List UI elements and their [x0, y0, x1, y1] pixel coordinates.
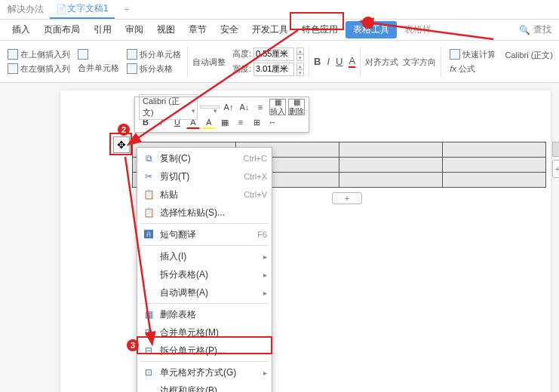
paste-special-icon: 📋 — [142, 206, 155, 219]
mini-align[interactable]: ≡ — [234, 115, 247, 129]
grow-font-icon[interactable]: A↑ — [222, 100, 235, 114]
doc-tab-2[interactable]: 📄 文字文稿1 — [50, 1, 115, 19]
split-cell[interactable]: 拆分单元格 — [125, 48, 183, 61]
ctx-border-shading[interactable]: 边框和底纹(B)... — [137, 381, 272, 392]
menu-review[interactable]: 审阅 — [119, 21, 149, 38]
mini-font-select[interactable]: Calibri (正文) — [139, 94, 198, 120]
cut-icon: ✂ — [142, 170, 155, 183]
ctx-delete-table[interactable]: ▦删除表格 — [137, 305, 272, 323]
bold-button[interactable]: B — [314, 56, 321, 67]
menu-layout[interactable]: 页面布局 — [38, 21, 86, 38]
ctx-cut[interactable]: ✂剪切(T)Ctrl+X — [137, 167, 272, 185]
menu-table-style[interactable]: 表格样 — [398, 21, 438, 38]
table-move-handle[interactable]: ✥ — [113, 136, 130, 153]
translate-icon: 🅰 — [142, 228, 155, 241]
autofit-button[interactable]: 自动调整 — [192, 55, 226, 68]
mini-insert-button[interactable]: ▦插入 — [269, 99, 286, 115]
document-page — [60, 90, 551, 392]
underline-button[interactable]: U — [336, 56, 342, 67]
ctx-split-cell[interactable]: ⊟拆分单元格(P)... — [137, 341, 272, 360]
mini-delete-button[interactable]: ▦删除 — [288, 99, 305, 115]
mini-autofit[interactable]: ↔ — [266, 115, 279, 129]
italic-button[interactable]: I — [327, 56, 330, 67]
ctx-copy[interactable]: ⧉复制(C)Ctrl+C — [137, 149, 272, 167]
copy-icon: ⧉ — [142, 152, 155, 165]
formula[interactable]: fx 公式 — [448, 63, 497, 75]
shrink-font-icon[interactable]: A↓ — [238, 100, 251, 114]
delete-table-icon: ▦ — [142, 308, 155, 321]
context-menu: ⧉复制(C)Ctrl+C ✂剪切(T)Ctrl+X 📋粘贴Ctrl+V 📋选择性… — [137, 147, 272, 392]
ctx-paste-special[interactable]: 📋选择性粘贴(S)... — [137, 204, 272, 222]
add-row-button[interactable]: + — [332, 192, 362, 204]
split-icon: ⊟ — [142, 344, 155, 357]
ctx-autofit[interactable]: 自动调整(A)▸ — [137, 283, 272, 302]
ctx-paste[interactable]: 📋粘贴Ctrl+V — [137, 185, 272, 204]
ctx-cell-align[interactable]: ⊡单元格对齐方式(G)▸ — [137, 363, 272, 381]
ctx-split-table[interactable]: 拆分表格(A)▸ — [137, 265, 272, 283]
mini-highlight[interactable]: A — [202, 115, 216, 129]
menu-safe[interactable]: 安全 — [214, 21, 244, 38]
align-button[interactable]: 对齐方式 — [365, 55, 398, 68]
merge-icon: ⊞ — [142, 326, 155, 339]
height-stepper[interactable]: ▴▾ — [296, 47, 304, 61]
height-label: 高度: — [232, 48, 251, 60]
menu-special[interactable]: 特色应用 — [296, 21, 344, 38]
menu-view[interactable]: 视图 — [151, 21, 181, 38]
insert-row-above[interactable]: 在上侧插入列 — [6, 48, 72, 61]
paste-icon: 📋 — [142, 188, 155, 201]
fast-calc[interactable]: 快速计算 — [448, 48, 497, 61]
align-icon: ⊡ — [142, 366, 155, 379]
width-label: 宽度: — [232, 63, 251, 75]
search-label[interactable]: 查找 — [533, 23, 551, 36]
search-icon[interactable]: 🔍 — [519, 25, 530, 35]
font-color-button[interactable]: A — [349, 55, 355, 68]
new-tab-button[interactable]: ＋ — [115, 1, 137, 19]
ctx-translate[interactable]: 🅰短句翻译F6 — [137, 225, 272, 243]
row-height-input[interactable] — [253, 47, 294, 61]
menu-chapter[interactable]: 章节 — [183, 21, 213, 38]
mini-toolbar: Calibri (正文) A↑ A↓ ≡ ▦插入 ▦删除 B I U A A ▦… — [134, 96, 309, 133]
menu-dev[interactable]: 开发工具 — [246, 21, 294, 38]
width-stepper[interactable]: ▴▾ — [296, 63, 304, 76]
merge-cells-label[interactable]: 合并单元格 — [76, 62, 121, 75]
menu-ref[interactable]: 引用 — [88, 21, 118, 38]
text-dir-button[interactable]: 文字方向 — [403, 55, 436, 68]
col-width-input[interactable] — [253, 63, 294, 76]
ctx-insert[interactable]: 插入(I)▸ — [137, 247, 272, 265]
menu-table-tool[interactable]: 表格工具 — [346, 21, 397, 38]
insert-col-left[interactable]: 在左侧插入列 — [6, 63, 72, 75]
add-col-button[interactable]: + — [552, 160, 559, 178]
menu-insert[interactable]: 插入 — [6, 21, 36, 38]
bullet-icon[interactable]: ≡ — [253, 100, 267, 114]
doc-tab-1[interactable]: 解决办法 — [2, 1, 50, 19]
col-resize-marker[interactable] — [552, 142, 559, 157]
ctx-merge-cells[interactable]: ⊞合并单元格(M) — [137, 323, 272, 341]
mini-size-select[interactable] — [200, 106, 220, 109]
mini-merge[interactable]: ⊞ — [250, 115, 263, 129]
calibri-dropdown[interactable]: Calibri (正文) — [505, 48, 553, 75]
mini-borders[interactable]: ▦ — [218, 115, 232, 129]
split-table[interactable]: 拆分表格 — [125, 63, 183, 75]
merge-cells[interactable] — [76, 48, 121, 60]
